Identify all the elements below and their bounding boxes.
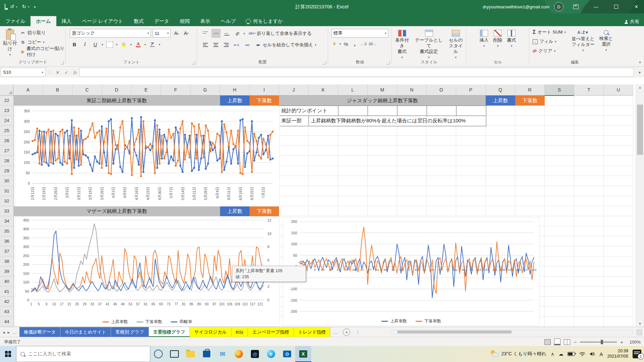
redo-icon[interactable]: ↻ bbox=[22, 4, 26, 10]
expand-formula-bar-icon[interactable]: ▾ bbox=[635, 70, 644, 75]
column-header-P[interactable]: P bbox=[456, 84, 486, 96]
column-header-S[interactable]: S bbox=[545, 84, 574, 96]
ribbon-display-options-icon[interactable] bbox=[568, 0, 584, 13]
increase-decimal-icon[interactable]: ←.0 bbox=[360, 40, 367, 48]
row-header-38[interactable]: 38 bbox=[0, 256, 14, 266]
column-header-D[interactable]: D bbox=[102, 84, 131, 96]
task-view-icon[interactable] bbox=[166, 346, 182, 362]
wrap-text-button[interactable]: ab↩ 折り返して全体を表示する bbox=[250, 29, 312, 38]
cell-I22[interactable]: 下落数 bbox=[250, 96, 279, 106]
wifi-icon[interactable] bbox=[579, 352, 585, 356]
row-header-36[interactable]: 36 bbox=[0, 236, 14, 246]
clock[interactable]: 20:39 2021/07/05 bbox=[607, 349, 628, 359]
redo-dropdown-icon[interactable]: ▾ bbox=[28, 5, 29, 8]
find-select-button[interactable]: 検索と 選択▾ bbox=[597, 28, 615, 55]
account-avatar[interactable]: D bbox=[554, 2, 564, 11]
column-header-H[interactable]: H bbox=[220, 84, 250, 96]
row-header-41[interactable]: 41 bbox=[0, 287, 14, 297]
cell-R22[interactable]: 下落数 bbox=[515, 96, 545, 106]
align-right-icon[interactable] bbox=[222, 41, 230, 49]
save-icon[interactable] bbox=[5, 4, 5, 10]
cell-A33[interactable]: マザーズ銘柄上昇数下落数 bbox=[13, 206, 220, 216]
tab-挿入[interactable]: 挿入 bbox=[56, 16, 77, 26]
sheet-tab-エンベロープ指標[interactable]: エンベロープ指標 bbox=[248, 327, 294, 337]
format-as-table-button[interactable]: テーブルとして 書式設定▾ bbox=[412, 28, 445, 59]
row-header-44[interactable]: 44 bbox=[0, 317, 14, 327]
mail-at-icon[interactable]: @ bbox=[247, 346, 263, 362]
row-header-39[interactable]: 39 bbox=[0, 266, 14, 277]
zoom-out-icon[interactable]: − bbox=[574, 339, 577, 345]
row-header-24[interactable]: 24 bbox=[0, 116, 14, 126]
cell-Q22[interactable]: 上昇数 bbox=[486, 96, 515, 106]
sheet-tab-主要指標グラフ[interactable]: 主要指標グラフ bbox=[149, 327, 190, 337]
row-header-22[interactable]: 22 bbox=[0, 96, 14, 106]
format-painter-button[interactable]: ◆書式のコピー/貼り付け bbox=[20, 48, 66, 56]
column-header-F[interactable]: F bbox=[161, 84, 191, 96]
comma-style-icon[interactable]: , bbox=[351, 40, 359, 48]
zoom-slider-thumb[interactable] bbox=[601, 340, 603, 344]
horizontal-scrollbar[interactable] bbox=[390, 330, 633, 335]
customize-qat-icon[interactable]: ▾ bbox=[34, 5, 36, 9]
row-header-40[interactable]: 40 bbox=[0, 277, 14, 287]
explorer-icon[interactable] bbox=[182, 346, 199, 362]
accounting-format-icon[interactable]: ¥ bbox=[331, 40, 338, 48]
increase-indent-icon[interactable]: ⇥≡ bbox=[243, 41, 251, 49]
clipboard-dialog-launcher-icon[interactable] bbox=[60, 61, 64, 64]
sheet-tab-menu-icon[interactable]: ⋮ bbox=[353, 327, 363, 337]
name-box[interactable]: S10▾ bbox=[1, 68, 46, 77]
tab-表示[interactable]: 表示 bbox=[195, 16, 215, 26]
decrease-font-icon[interactable]: A▾ bbox=[182, 29, 190, 37]
sheet-tab-トレンド指標[interactable]: トレンド指標 bbox=[294, 327, 330, 337]
decrease-decimal-icon[interactable]: .00→ bbox=[369, 40, 376, 48]
action-center-icon[interactable]: 1 bbox=[633, 350, 641, 358]
row-header-26[interactable]: 26 bbox=[0, 136, 14, 146]
sheet-tab-今日のまとめサイト[interactable]: 今日のまとめサイト bbox=[60, 327, 111, 337]
row-header-35[interactable]: 35 bbox=[0, 226, 14, 236]
align-center-icon[interactable] bbox=[212, 41, 220, 49]
column-header-T[interactable]: T bbox=[574, 84, 604, 96]
column-header-B[interactable]: B bbox=[43, 84, 72, 96]
select-all-corner[interactable] bbox=[0, 84, 13, 96]
sheet-tab-株価診断データ[interactable]: 株価診断データ bbox=[19, 327, 60, 337]
align-middle-icon[interactable] bbox=[212, 29, 220, 38]
edge-icon[interactable]: e bbox=[263, 346, 279, 362]
clear-button[interactable]: クリア▾ bbox=[533, 47, 566, 55]
outlook-icon[interactable]: O bbox=[279, 346, 295, 362]
font-size-select[interactable]: 11▾ bbox=[153, 29, 171, 38]
merge-center-button[interactable]: ⬌ セルを結合して中央揃え▾ bbox=[255, 41, 316, 49]
cut-button[interactable]: ✂切り取り bbox=[20, 29, 66, 37]
borders-icon[interactable] bbox=[106, 41, 114, 48]
cell-A22[interactable]: 東証二部銘柄上昇数下落数 bbox=[13, 96, 220, 106]
row-header-43[interactable]: 43 bbox=[0, 307, 14, 317]
minimize-button[interactable]: — bbox=[588, 0, 604, 13]
sheet-tab-サイコロジカル[interactable]: サイコロジカル bbox=[190, 327, 231, 337]
ime-mode-icon[interactable]: A bbox=[599, 351, 603, 357]
cancel-icon[interactable]: ✕ bbox=[53, 70, 62, 75]
percent-style-icon[interactable]: % bbox=[342, 40, 350, 48]
enter-icon[interactable]: ✓ bbox=[62, 70, 71, 75]
insert-cells-button[interactable]: 挿入▾ bbox=[477, 28, 491, 48]
copy-button[interactable]: ⧉コピー▾ bbox=[20, 38, 66, 46]
column-header-I[interactable]: I bbox=[250, 84, 279, 96]
close-button[interactable]: ✕ bbox=[629, 0, 644, 13]
font-name-select[interactable]: 游ゴシック▾ bbox=[70, 29, 151, 38]
increase-font-icon[interactable]: A▴ bbox=[172, 29, 180, 37]
phonetic-guide-icon[interactable]: ア bbox=[148, 41, 156, 48]
volume-icon[interactable] bbox=[590, 352, 595, 356]
column-header-A[interactable]: A bbox=[13, 84, 43, 96]
column-header-L[interactable]: L bbox=[338, 84, 368, 96]
zoom-in-icon[interactable]: + bbox=[620, 339, 623, 345]
start-button[interactable] bbox=[0, 346, 16, 362]
account-email[interactable]: dryyourtearswithlove1@gmail.com bbox=[483, 4, 549, 9]
store-icon[interactable] bbox=[199, 346, 215, 362]
row-header-27[interactable]: 27 bbox=[0, 146, 14, 156]
horizontal-scroll-thumb[interactable] bbox=[397, 330, 512, 334]
align-top-icon[interactable] bbox=[201, 29, 209, 37]
underline-button[interactable]: U bbox=[91, 41, 99, 48]
row-header-42[interactable]: 42 bbox=[0, 297, 14, 307]
number-dialog-launcher-icon[interactable] bbox=[386, 61, 390, 64]
tell-me-box[interactable]: 何をしますか bbox=[246, 16, 283, 26]
row-header-33[interactable]: 33 bbox=[0, 206, 14, 216]
column-header-K[interactable]: K bbox=[309, 84, 338, 96]
sort-filter-button[interactable]: A↓Z▼ 並べ替えと フィルター▾ bbox=[569, 28, 597, 55]
